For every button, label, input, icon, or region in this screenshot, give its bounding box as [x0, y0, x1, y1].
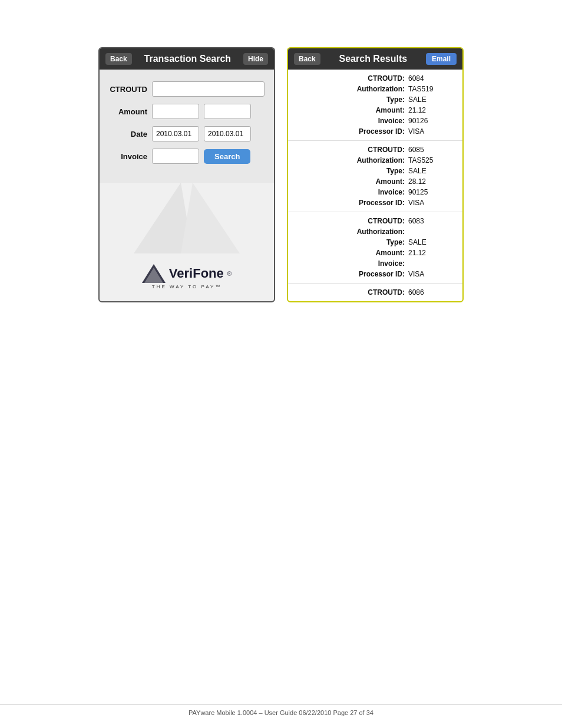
invoice-val-2: 90125	[408, 187, 455, 197]
result-2-ctroutd-row: CTROUTD: 6085	[295, 144, 455, 155]
amount-val-1: 21.12	[408, 105, 455, 116]
ctroutd-row: CTROUTD	[109, 81, 265, 97]
ctroutd-key-2: CTROUTD:	[334, 144, 405, 155]
result-1-invoice-row: Invoice: 90126	[295, 116, 455, 126]
results-title: Search Results	[325, 54, 421, 64]
result-2-auth-row: Authorization: TAS525	[295, 155, 455, 166]
type-val-2: SALE	[408, 166, 455, 176]
result-4-ctroutd-row: CTROUTD: 6086	[295, 287, 455, 298]
processor-val-3: VISA	[408, 269, 455, 279]
type-val-3: SALE	[408, 237, 455, 248]
date-from-input[interactable]	[152, 126, 199, 141]
invoice-key-1: Invoice:	[334, 116, 405, 126]
invoice-key-3: Invoice:	[334, 258, 405, 269]
date-row: Date	[109, 126, 265, 141]
result-3-processor-row: Processor ID: VISA	[295, 269, 455, 279]
verifone-logo-area: VeriFone ® THE WAY TO PAY™	[100, 264, 274, 289]
amount-val-3: 21.12	[408, 248, 455, 258]
footer-text: PAYware Mobile 1.0004 – User Guide 06/22…	[189, 709, 373, 716]
results-header: Back Search Results Email	[288, 48, 462, 70]
right-back-button[interactable]: Back	[294, 53, 320, 65]
ctroutd-key-3: CTROUTD:	[334, 216, 405, 226]
processor-key-3: Processor ID:	[334, 269, 405, 279]
ctroutd-input[interactable]	[152, 81, 265, 97]
result-3-ctroutd-row: CTROUTD: 6083	[295, 216, 455, 226]
result-3-amount-row: Amount: 21.12	[295, 248, 455, 258]
ctroutd-key-1: CTROUTD:	[334, 73, 405, 84]
amount-key-3: Amount:	[334, 248, 405, 258]
result-item-2: CTROUTD: 6085 Authorization: TAS525 Type…	[288, 141, 462, 212]
ctroutd-key-4: CTROUTD:	[334, 287, 405, 298]
auth-val-1: TAS519	[408, 84, 455, 94]
amount-key-2: Amount:	[334, 176, 405, 187]
result-2-amount-row: Amount: 28.12	[295, 176, 455, 187]
amount-to-input[interactable]	[204, 104, 251, 119]
search-form: CTROUTD Amount Date Invoice Search	[100, 70, 274, 183]
processor-key-2: Processor ID:	[334, 197, 405, 208]
verifone-tagline: THE WAY TO PAY™	[152, 284, 222, 289]
result-3-auth-row: Authorization:	[295, 226, 455, 237]
left-panel-title: Transaction Search	[137, 54, 239, 64]
invoice-input[interactable]	[152, 149, 199, 164]
result-2-processor-row: Processor ID: VISA	[295, 197, 455, 208]
hide-button[interactable]: Hide	[243, 53, 268, 65]
invoice-label: Invoice	[109, 152, 147, 161]
ctroutd-val-4: 6086	[408, 287, 455, 298]
type-key-2: Type:	[334, 166, 405, 176]
amount-key-1: Amount:	[334, 105, 405, 116]
page-container: Back Transaction Search Hide CTROUTD Amo…	[0, 0, 562, 728]
result-2-type-row: Type: SALE	[295, 166, 455, 176]
main-content: Back Transaction Search Hide CTROUTD Amo…	[0, 0, 562, 326]
auth-val-2: TAS525	[408, 155, 455, 166]
type-val-1: SALE	[408, 94, 455, 105]
result-item-1: CTROUTD: 6084 Authorization: TAS519 Type…	[288, 70, 462, 141]
left-back-button[interactable]: Back	[105, 53, 132, 65]
type-key-1: Type:	[334, 94, 405, 105]
amount-row: Amount	[109, 104, 265, 119]
result-3-invoice-row: Invoice:	[295, 258, 455, 269]
left-panel: Back Transaction Search Hide CTROUTD Amo…	[98, 47, 275, 302]
result-1-type-row: Type: SALE	[295, 94, 455, 105]
page-footer: PAYware Mobile 1.0004 – User Guide 06/22…	[0, 704, 562, 716]
result-1-ctroutd-row: CTROUTD: 6084	[295, 73, 455, 84]
ctroutd-val-2: 6085	[408, 144, 455, 155]
amount-label: Amount	[109, 107, 147, 116]
auth-key-3: Authorization:	[334, 226, 405, 237]
date-label: Date	[109, 130, 147, 139]
processor-key-1: Processor ID:	[334, 126, 405, 137]
ctroutd-val-1: 6084	[408, 73, 455, 84]
invoice-row: Invoice Search	[109, 149, 265, 164]
results-list: CTROUTD: 6084 Authorization: TAS519 Type…	[288, 70, 462, 301]
verifone-logo-icon	[142, 264, 166, 283]
email-button[interactable]: Email	[426, 53, 457, 65]
processor-val-1: VISA	[408, 126, 455, 137]
auth-key-1: Authorization:	[334, 84, 405, 94]
processor-val-2: VISA	[408, 197, 455, 208]
type-key-3: Type:	[334, 237, 405, 248]
verifone-text: VeriFone	[169, 266, 224, 281]
left-panel-header: Back Transaction Search Hide	[100, 48, 274, 70]
amount-val-2: 28.12	[408, 176, 455, 187]
amount-from-input[interactable]	[152, 104, 199, 119]
ctroutd-label: CTROUTD	[109, 85, 147, 94]
ctroutd-val-3: 6083	[408, 216, 455, 226]
result-1-amount-row: Amount: 21.12	[295, 105, 455, 116]
result-1-auth-row: Authorization: TAS519	[295, 84, 455, 94]
date-to-input[interactable]	[204, 126, 251, 141]
auth-key-2: Authorization:	[334, 155, 405, 166]
invoice-val-1: 90126	[408, 116, 455, 126]
invoice-key-2: Invoice:	[334, 187, 405, 197]
result-item-3: CTROUTD: 6083 Authorization: Type: SALE …	[288, 212, 462, 284]
search-button[interactable]: Search	[204, 149, 250, 164]
result-2-invoice-row: Invoice: 90125	[295, 187, 455, 197]
right-panel: Back Search Results Email CTROUTD: 6084 …	[287, 47, 464, 302]
result-3-type-row: Type: SALE	[295, 237, 455, 248]
result-item-4: CTROUTD: 6086	[288, 284, 462, 301]
result-1-processor-row: Processor ID: VISA	[295, 126, 455, 137]
